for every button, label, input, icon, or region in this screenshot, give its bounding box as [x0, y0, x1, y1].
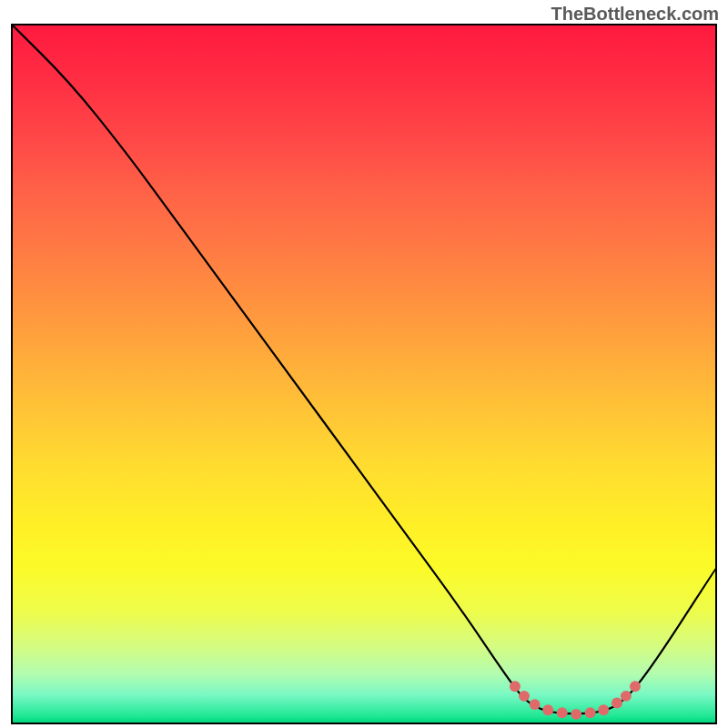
chart-dot — [542, 704, 553, 715]
chart-dots-group — [510, 681, 641, 720]
watermark-text: TheBottleneck.com — [551, 4, 719, 25]
chart-dot — [557, 707, 568, 718]
chart-curve-line — [13, 25, 715, 713]
chart-dot — [621, 691, 632, 702]
chart-dot — [585, 707, 596, 718]
chart-svg — [13, 25, 715, 723]
chart-dot — [630, 681, 641, 692]
chart-dot — [519, 691, 530, 702]
chart-dot — [598, 704, 609, 715]
chart-dot — [510, 681, 521, 692]
chart-dot — [612, 698, 622, 709]
chart-dot — [530, 699, 541, 710]
chart-dot — [571, 709, 581, 720]
chart-container — [11, 24, 717, 724]
